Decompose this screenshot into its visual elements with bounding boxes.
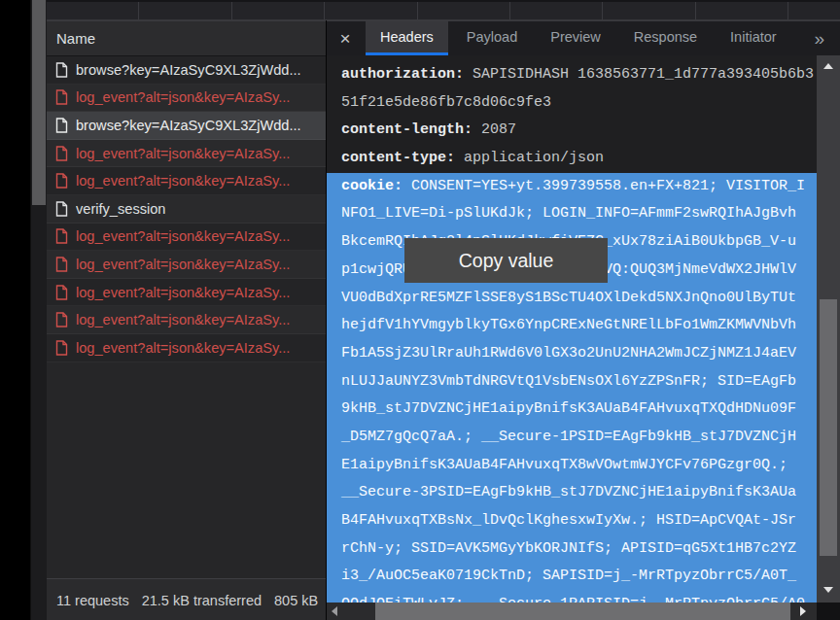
name-column-header[interactable]: Name — [47, 21, 326, 56]
tab-label: Headers — [380, 29, 434, 45]
header-line[interactable]: B4FAHvuxqTXBsNx_lDvQclKghesxwIyXw.; HSID… — [327, 507, 817, 535]
request-name: log_event?alt=json&key=AIzaSy... — [76, 173, 290, 189]
request-name: verify_session — [76, 201, 165, 217]
table-row[interactable]: log_event?alt=json&key=AIzaSy... — [47, 140, 326, 168]
header-line[interactable]: 51f21e5de86fb7c8d06c9fe3 — [327, 89, 817, 118]
details-tab-bar: × Headers Payload Preview — [327, 20, 840, 55]
file-icon — [55, 62, 68, 78]
horizontal-scrollbar-thumb[interactable] — [375, 603, 790, 620]
table-row[interactable]: browse?key=AIzaSyC9XL3ZjWdd... — [47, 112, 326, 140]
header-line[interactable]: cookie: CONSENT=YES+yt.399739558.en+FX+8… — [327, 173, 817, 201]
header-line[interactable]: _D5MZ7gQcQ7aA.; __Secure-1PSID=EAgFb9kHB… — [327, 424, 817, 452]
details-tab[interactable]: Initiator — [716, 21, 791, 55]
request-list: browse?key=AIzaSyC9XL3ZjWdd... log_event… — [47, 56, 326, 362]
header-line[interactable]: Fb1A5SjZ3UlRraUh1RWd6V0lGX3o2UnU2NHA2WmJ… — [327, 340, 817, 368]
header-line[interactable]: 9kHB_stJ7DVZNCjHE1aipyBnifsK3AUaB4FAHvux… — [327, 396, 817, 424]
header-value: QOdJQEiTWLvJZ; __Secure-1PAPISID=j_-MrRT… — [341, 596, 805, 603]
details-vertical-scrollbar[interactable] — [817, 55, 840, 603]
network-request-panel: Name browse?key=AIzaSyC9XL3ZjWdd... — [47, 20, 326, 620]
header-value: 51f21e5de86fb7c8d06c9fe3 — [341, 94, 551, 111]
header-line[interactable]: nLUJJaUNYZ3VmbTdNRGVtQ1VsbENsOXl6YzZPSnF… — [327, 368, 817, 396]
page-scrollbar[interactable] — [30, 0, 47, 620]
page-scrollbar-thumb[interactable] — [32, 0, 46, 205]
table-row[interactable]: log_event?alt=json&key=AIzaSy... — [47, 85, 326, 113]
copy-value-label: Copy value — [459, 250, 554, 272]
header-value: VU0dBdXprRE5MZFlSSE8yS1BScTU4OXlDekd5NXJ… — [341, 290, 796, 306]
file-icon — [55, 118, 68, 133]
close-details-button[interactable]: × — [327, 21, 364, 55]
request-name: log_event?alt=json&key=AIzaSy... — [76, 285, 290, 300]
file-icon — [55, 173, 68, 189]
header-name: content-type: — [341, 150, 455, 166]
details-tab[interactable]: Preview — [536, 21, 615, 55]
vertical-scrollbar-thumb[interactable] — [820, 299, 837, 556]
header-value: 9kHB_stJ7DVZNCjHE1aipyBnifsK3AUaB4FAHvux… — [341, 400, 796, 417]
table-row[interactable]: log_event?alt=json&key=AIzaSy... — [47, 279, 326, 307]
header-value: NFO1_LIVE=Di-pSlUKdJk; LOGIN_INFO=AFmmF2… — [341, 205, 796, 222]
header-line[interactable]: hejdfV1hYVmgyblkyTGx6YnpCRExNeGtNRElLbFo… — [327, 312, 817, 340]
headers-content: authorization: SAPISIDHASH 1638563771_1d… — [327, 55, 840, 603]
header-value: nLUJJaUNYZ3VmbTdNRGVtQ1VsbENsOXl6YzZPSnF… — [341, 373, 796, 390]
status-transferred: 21.5 kB transferred — [142, 593, 262, 608]
header-value: i3_/AuOC5eaK0719CkTnD; SAPISID=j_-MrRTpy… — [341, 568, 796, 584]
request-name: log_event?alt=json&key=AIzaSy... — [76, 146, 290, 161]
header-line[interactable]: rChN-y; SSID=AVK5MGyYbKORJNIfS; APISID=q… — [327, 535, 817, 564]
status-request-count: 11 requests — [56, 593, 129, 608]
status-resources: 805 kB — [274, 593, 318, 608]
tab-label: Initiator — [730, 29, 777, 45]
network-overview-strip[interactable] — [47, 0, 840, 20]
table-row[interactable]: verify_session — [47, 195, 326, 224]
status-bar: 11 requests 21.5 kB transferred 805 kB — [47, 578, 326, 620]
header-name: cookie: — [341, 178, 402, 194]
table-row[interactable]: log_event?alt=json&key=AIzaSy... — [47, 334, 326, 362]
header-value: __Secure-3PSID=EAgFb9kHB_stJ7DVZNCjHE1ai… — [341, 484, 796, 500]
file-icon — [55, 257, 68, 272]
scroll-left-icon[interactable] — [332, 606, 337, 616]
table-row[interactable]: log_event?alt=json&key=AIzaSy... — [47, 167, 326, 195]
header-value: hejdfV1hYVmgyblkyTGx6YnpCRExNeGtNRElLbFo… — [341, 317, 796, 333]
header-name: content-length: — [341, 121, 472, 138]
details-tab[interactable]: Response — [619, 21, 712, 55]
file-icon — [55, 285, 68, 300]
header-line[interactable]: __Secure-3PSID=EAgFb9kHB_stJ7DVZNCjHE1ai… — [327, 479, 817, 507]
details-tab[interactable]: Payload — [452, 21, 532, 55]
header-name: authorization: — [341, 66, 464, 83]
file-icon — [55, 228, 68, 244]
header-line[interactable]: content-type: application/json — [327, 145, 817, 173]
header-line[interactable]: E1aipyBnifsK3AUaB4FAHvuxqTX8wVOwtmWJYCFv… — [327, 452, 817, 480]
details-tab[interactable]: Headers — [366, 21, 448, 55]
request-name: browse?key=AIzaSyC9XL3ZjWdd... — [76, 62, 301, 78]
header-line[interactable]: QOdJQEiTWLvJZ; __Secure-1PAPISID=j_-MrRT… — [327, 591, 817, 603]
table-row[interactable]: log_event?alt=json&key=AIzaSy... — [47, 224, 326, 252]
scroll-down-icon[interactable] — [823, 587, 833, 593]
file-icon — [55, 312, 68, 327]
header-value: Fb1A5SjZ3UlRraUh1RWd6V0lGX3o2UnU2NHA2WmJ… — [341, 345, 796, 362]
table-row[interactable]: log_event?alt=json&key=AIzaSy... — [47, 306, 326, 334]
table-row[interactable]: browse?key=AIzaSyC9XL3ZjWdd... — [47, 56, 326, 85]
file-icon — [55, 89, 68, 105]
table-row[interactable]: log_event?alt=json&key=AIzaSy... — [47, 251, 326, 279]
request-name: log_event?alt=json&key=AIzaSy... — [76, 89, 290, 105]
header-line[interactable]: i3_/AuOC5eaK0719CkTnD; SAPISID=j_-MrRTpy… — [327, 563, 817, 591]
header-line[interactable]: authorization: SAPISIDHASH 1638563771_1d… — [327, 61, 817, 89]
header-line[interactable]: NFO1_LIVE=Di-pSlUKdJk; LOGIN_INFO=AFmmF2… — [327, 200, 817, 228]
devtools-network-window: Name browse?key=AIzaSyC9XL3ZjWdd... — [0, 0, 840, 620]
header-value: rChN-y; SSID=AVK5MGyYbKORJNIfS; APISID=q… — [341, 540, 796, 557]
header-line[interactable]: content-length: 2087 — [327, 117, 817, 145]
header-value: _D5MZ7gQcQ7aA.; __Secure-1PSID=EAgFb9kHB… — [341, 429, 796, 445]
tab-strip: Headers Payload Preview Response — [364, 21, 793, 55]
header-value: application/json — [455, 150, 604, 166]
copy-value-menu-item[interactable]: Copy value — [404, 238, 608, 283]
scroll-right-icon[interactable] — [800, 606, 806, 616]
details-horizontal-scrollbar[interactable] — [327, 603, 817, 620]
close-icon: × — [339, 28, 350, 50]
request-name: log_event?alt=json&key=AIzaSy... — [76, 228, 290, 244]
header-value: SAPISIDHASH 1638563771_1d777a393405b6b3 — [464, 66, 814, 83]
file-icon — [55, 146, 68, 161]
tab-label: Payload — [467, 29, 517, 45]
header-value: E1aipyBnifsK3AUaB4FAHvuxqTX8wVOwtmWJYCFv… — [341, 457, 788, 473]
more-tabs-button[interactable]: » — [814, 21, 840, 55]
header-line[interactable]: VU0dBdXprRE5MZFlSSE8yS1BScTU4OXlDekd5NXJ… — [327, 285, 817, 313]
header-value: 2087 — [472, 121, 516, 138]
scroll-up-icon[interactable] — [823, 63, 833, 69]
